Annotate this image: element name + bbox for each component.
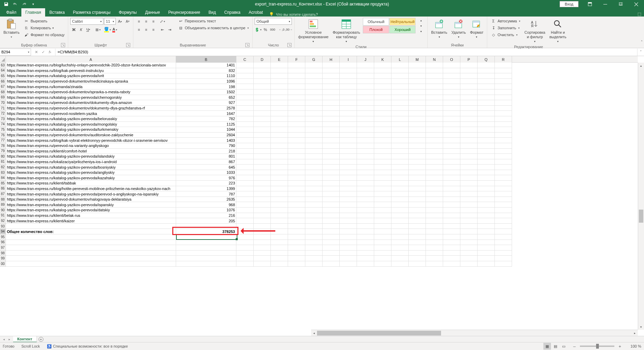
cell[interactable]	[374, 165, 391, 170]
sheet-tab-content[interactable]: Контент	[13, 336, 37, 342]
cell[interactable]	[254, 229, 271, 234]
cell[interactable]	[323, 127, 340, 132]
cell[interactable]	[236, 127, 254, 132]
cell[interactable]	[323, 84, 340, 89]
cell[interactable]	[254, 95, 271, 100]
align-center-icon[interactable]: ≡	[143, 26, 150, 33]
cell[interactable]	[340, 89, 357, 95]
cell[interactable]	[495, 191, 512, 197]
cell[interactable]	[460, 165, 478, 170]
column-header-F[interactable]: F	[288, 56, 305, 63]
cell[interactable]	[271, 95, 288, 100]
increase-font-icon[interactable]: A▴	[116, 18, 123, 25]
cell[interactable]	[409, 89, 426, 95]
cell[interactable]	[460, 138, 478, 143]
cell[interactable]	[236, 106, 254, 111]
cell[interactable]	[236, 245, 254, 251]
cell[interactable]: 1125	[176, 122, 236, 127]
cell[interactable]: https://www.tran-express.ru/blog/kak-per…	[6, 68, 176, 74]
cell[interactable]	[323, 251, 340, 256]
cell[interactable]	[478, 213, 495, 219]
cell[interactable]	[357, 68, 374, 74]
cell[interactable]	[443, 208, 460, 213]
cell[interactable]: 782	[176, 116, 236, 122]
cell[interactable]	[478, 138, 495, 143]
cell[interactable]	[495, 84, 512, 89]
cell[interactable]	[374, 100, 391, 106]
cell[interactable]	[6, 240, 176, 245]
cell[interactable]	[323, 159, 340, 165]
cell[interactable]	[305, 143, 323, 149]
cell[interactable]	[478, 63, 495, 68]
cell[interactable]	[323, 143, 340, 149]
decrease-decimal-icon[interactable]: ,00→	[285, 26, 292, 33]
cell[interactable]	[460, 218, 478, 224]
cell[interactable]	[460, 89, 478, 95]
column-header-L[interactable]: L	[391, 56, 409, 63]
format-painter-button[interactable]: 🖌Формат по образцу	[22, 32, 66, 38]
cell[interactable]	[391, 89, 409, 95]
cell[interactable]	[374, 132, 391, 138]
cell[interactable]	[495, 170, 512, 176]
cell[interactable]	[409, 68, 426, 74]
cell[interactable]	[478, 234, 495, 240]
row-header[interactable]: 80	[0, 154, 6, 159]
row-header[interactable]: 66	[0, 79, 6, 84]
cell[interactable]	[460, 234, 478, 240]
cell[interactable]	[254, 245, 271, 251]
cell[interactable]	[254, 256, 271, 261]
cell[interactable]	[288, 63, 305, 68]
cell[interactable]	[426, 208, 443, 213]
cell[interactable]: 198	[176, 84, 236, 89]
cell[interactable]	[340, 261, 357, 267]
cell[interactable]	[460, 159, 478, 165]
cell[interactable]	[357, 224, 374, 229]
cell[interactable]	[426, 89, 443, 95]
copy-button[interactable]: ⎘Копировать▾	[22, 25, 66, 31]
cell[interactable]: 2578	[176, 106, 236, 111]
cell[interactable]	[305, 138, 323, 143]
cell[interactable]	[236, 116, 254, 122]
cell[interactable]	[374, 191, 391, 197]
cell[interactable]	[409, 138, 426, 143]
cell[interactable]	[254, 100, 271, 106]
cell[interactable]	[305, 149, 323, 154]
cell[interactable]	[409, 224, 426, 229]
cell[interactable]	[478, 127, 495, 132]
cell[interactable]	[443, 175, 460, 181]
row-header[interactable]: 94	[0, 229, 6, 234]
cell[interactable]	[340, 202, 357, 208]
cell[interactable]	[323, 213, 340, 219]
cell[interactable]	[374, 106, 391, 111]
cell[interactable]: https://www.tran-express.ru/perevod-doku…	[6, 89, 176, 95]
cell[interactable]	[236, 202, 254, 208]
cell[interactable]	[409, 111, 426, 116]
cell[interactable]	[391, 106, 409, 111]
cell[interactable]	[391, 116, 409, 122]
cancel-formula-icon[interactable]: ✕	[33, 49, 39, 55]
cell[interactable]	[340, 127, 357, 132]
cell[interactable]	[288, 197, 305, 202]
cell[interactable]	[271, 175, 288, 181]
cell[interactable]	[340, 116, 357, 122]
cell[interactable]	[409, 63, 426, 68]
sort-filter-button[interactable]: АЯСортировка и фильтр▾	[523, 18, 546, 44]
cell[interactable]	[495, 138, 512, 143]
cell[interactable]	[236, 63, 254, 68]
cell[interactable]	[305, 202, 323, 208]
cell[interactable]	[460, 122, 478, 127]
cell[interactable]	[323, 100, 340, 106]
row-header[interactable]: 87	[0, 191, 6, 197]
cell[interactable]	[409, 181, 426, 186]
cell[interactable]	[236, 89, 254, 95]
zoom-slider[interactable]	[580, 346, 614, 347]
cell[interactable]	[443, 229, 460, 234]
cell[interactable]	[391, 245, 409, 251]
cell[interactable]: 801	[176, 154, 236, 159]
zoom-level[interactable]: 100 %	[626, 344, 641, 348]
cell[interactable]	[374, 73, 391, 79]
cell[interactable]	[288, 111, 305, 116]
cell[interactable]: https://www.tran-express.ru/katalog-yazi…	[6, 191, 176, 197]
column-header-N[interactable]: N	[426, 56, 443, 63]
align-bottom-icon[interactable]: ≡	[150, 18, 157, 25]
